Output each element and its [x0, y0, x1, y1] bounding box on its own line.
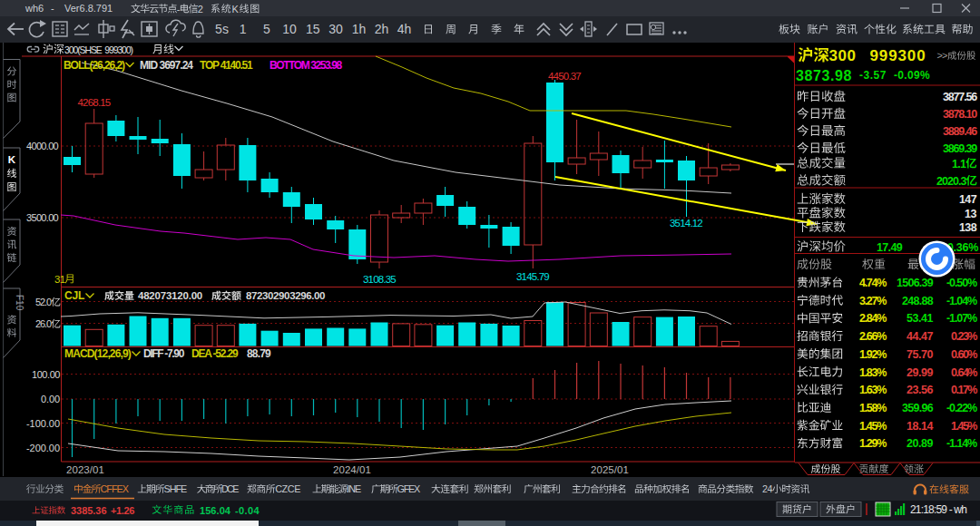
- svg-text:100.00: 100.00: [32, 369, 60, 380]
- svg-text:4268.15: 4268.15: [78, 97, 111, 108]
- svg-text:GFEX: GFEX: [397, 483, 420, 494]
- svg-text:53.41: 53.41: [906, 312, 933, 325]
- svg-text:1h: 1h: [352, 22, 367, 36]
- svg-text:K: K: [8, 154, 16, 165]
- svg-text:DEA -52.29: DEA -52.29: [191, 347, 239, 360]
- svg-text:29.99: 29.99: [906, 366, 933, 379]
- svg-text:13: 13: [965, 208, 977, 220]
- svg-text:4.74%: 4.74%: [859, 277, 887, 289]
- svg-text:TOP 4140.51: TOP 4140.51: [200, 59, 253, 72]
- svg-text:4000.00: 4000.00: [26, 141, 59, 151]
- svg-text:2024/01: 2024/01: [333, 464, 371, 475]
- svg-text:2025/01: 2025/01: [591, 464, 629, 475]
- svg-text:3877.56: 3877.56: [943, 91, 977, 103]
- svg-text:K: K: [232, 4, 240, 15]
- svg-text:1.1: 1.1: [952, 158, 966, 170]
- svg-text:DCE: DCE: [221, 483, 239, 494]
- svg-text:88.79: 88.79: [247, 347, 271, 360]
- svg-text:1.45%: 1.45%: [859, 420, 887, 433]
- svg-text:3878.10: 3878.10: [943, 108, 977, 121]
- svg-text:3385.36: 3385.36: [71, 505, 106, 516]
- svg-text:2.84%: 2.84%: [859, 312, 887, 325]
- svg-text:26.0: 26.0: [35, 318, 52, 329]
- svg-text:30: 30: [328, 22, 343, 36]
- svg-text:1506.39: 1506.39: [897, 277, 934, 289]
- svg-text:3108.35: 3108.35: [363, 274, 396, 285]
- svg-text:BOLL(26,26,2): BOLL(26,26,2): [64, 59, 125, 72]
- svg-text:5: 5: [263, 22, 270, 36]
- svg-text:SHFE: SHFE: [164, 483, 188, 494]
- svg-text:-: -: [51, 3, 54, 14]
- svg-text:4450.37: 4450.37: [548, 71, 581, 82]
- svg-text:CZCE: CZCE: [275, 483, 300, 494]
- svg-text:52.0: 52.0: [35, 297, 52, 307]
- svg-text:15: 15: [306, 22, 320, 36]
- svg-text:>>: >>: [937, 50, 948, 61]
- svg-text:2: 2: [198, 4, 203, 15]
- svg-text:359.96: 359.96: [902, 402, 934, 414]
- svg-text:1: 1: [240, 22, 247, 36]
- svg-text:3500.00: 3500.00: [26, 212, 59, 223]
- svg-text:138: 138: [959, 221, 977, 234]
- svg-text:44.47: 44.47: [906, 330, 933, 343]
- svg-text:-1.14%: -1.14%: [946, 437, 977, 450]
- svg-text:2.66%: 2.66%: [859, 330, 887, 343]
- svg-text:0.17%: 0.17%: [951, 384, 977, 396]
- svg-text:75.70: 75.70: [906, 348, 933, 361]
- svg-text:+1.26: +1.26: [111, 505, 134, 516]
- svg-text:4h: 4h: [397, 22, 412, 36]
- svg-text:BOTTOM 3253.98: BOTTOM 3253.98: [270, 59, 342, 72]
- svg-text:24: 24: [762, 483, 772, 494]
- svg-text:Ver6.8.791: Ver6.8.791: [64, 3, 113, 14]
- svg-text:248.88: 248.88: [902, 295, 934, 307]
- svg-text:CJL: CJL: [64, 289, 84, 302]
- svg-text:CFFEX: CFFEX: [101, 483, 129, 494]
- svg-text:147: 147: [959, 193, 977, 206]
- svg-text:300: 300: [829, 47, 857, 64]
- svg-text:-0.04: -0.04: [235, 505, 260, 516]
- svg-text:-100.00: -100.00: [26, 418, 60, 429]
- svg-text:-0.50%: -0.50%: [946, 277, 977, 289]
- svg-text:2020.3: 2020.3: [936, 175, 966, 188]
- svg-text:0.23%: 0.23%: [951, 330, 977, 343]
- svg-text:3873.98: 3873.98: [796, 68, 852, 83]
- svg-text:999300: 999300: [870, 47, 926, 64]
- svg-text:482073120.00: 482073120.00: [138, 290, 202, 301]
- svg-text:31: 31: [54, 274, 65, 285]
- svg-text:-1.04%: -1.04%: [946, 295, 977, 307]
- svg-text:0.60%: 0.60%: [951, 348, 977, 361]
- svg-text:10: 10: [282, 22, 297, 36]
- svg-text:3.27%: 3.27%: [859, 295, 887, 307]
- svg-text:1.29%: 1.29%: [859, 437, 887, 450]
- svg-text:18.14: 18.14: [906, 420, 933, 433]
- svg-text:23.56: 23.56: [906, 384, 933, 396]
- svg-text:1.45%: 1.45%: [951, 420, 977, 433]
- svg-text:MACD(12,26,9): MACD(12,26,9): [64, 347, 132, 360]
- svg-text:2023/01: 2023/01: [66, 464, 104, 475]
- svg-text:-0.09%: -0.09%: [894, 69, 930, 82]
- svg-text:300(SHSE 999300): 300(SHSE 999300): [64, 44, 133, 55]
- svg-text:5s: 5s: [215, 22, 229, 36]
- svg-text:-200.00: -200.00: [26, 443, 60, 453]
- svg-text:156.04: 156.04: [200, 505, 231, 516]
- svg-text:21:18:59 - wh: 21:18:59 - wh: [910, 503, 966, 516]
- svg-text:3889.46: 3889.46: [943, 125, 977, 138]
- svg-text:2h: 2h: [375, 22, 389, 36]
- svg-text:0.64%: 0.64%: [951, 366, 977, 379]
- svg-text:DIFF -7.90: DIFF -7.90: [143, 347, 185, 360]
- svg-text:1.83%: 1.83%: [859, 366, 887, 379]
- svg-text:F10: F10: [15, 295, 24, 311]
- svg-text:wh6: wh6: [24, 3, 44, 14]
- svg-text:-0.22%: -0.22%: [946, 402, 977, 414]
- svg-text:3514.12: 3514.12: [670, 218, 702, 229]
- svg-text:17.49: 17.49: [877, 241, 903, 254]
- svg-text:3145.79: 3145.79: [516, 271, 549, 282]
- svg-text:872302903296.00: 872302903296.00: [246, 290, 325, 301]
- svg-text:-3.57: -3.57: [859, 69, 887, 82]
- svg-text:0.00: 0.00: [41, 394, 60, 404]
- svg-text:MID 3697.24: MID 3697.24: [140, 59, 193, 72]
- svg-text:1.92%: 1.92%: [859, 348, 887, 361]
- svg-text:20.89: 20.89: [906, 437, 933, 450]
- svg-text:1.58%: 1.58%: [859, 402, 887, 414]
- svg-text:-1.07%: -1.07%: [946, 312, 977, 325]
